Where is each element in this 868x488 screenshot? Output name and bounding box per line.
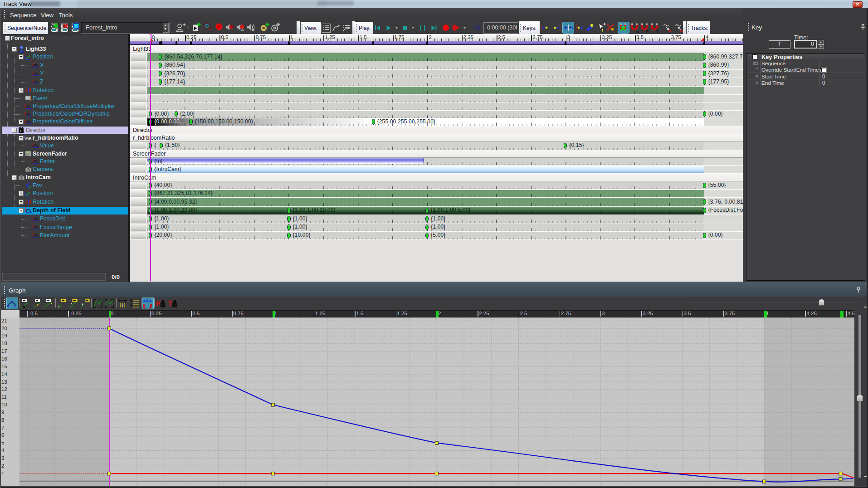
svg-text:2: 2 bbox=[612, 28, 613, 31]
svg-text:A: A bbox=[252, 28, 254, 32]
svg-text:T: T bbox=[656, 29, 658, 33]
svg-text:F: F bbox=[646, 29, 649, 33]
svg-text:A: A bbox=[241, 28, 244, 32]
svg-text:β: β bbox=[29, 185, 31, 189]
svg-text:m: m bbox=[636, 29, 639, 33]
svg-text:T: T bbox=[168, 299, 173, 308]
